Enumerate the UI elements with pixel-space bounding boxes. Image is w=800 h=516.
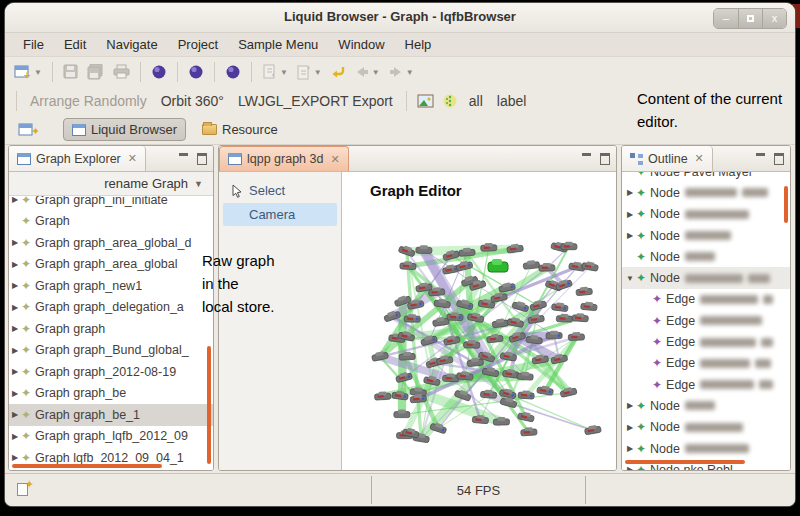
label-button[interactable]: label — [491, 91, 533, 111]
explorer-vertical-scrollbar[interactable] — [207, 346, 211, 464]
dotted-sphere-button[interactable] — [439, 91, 461, 111]
outline-edge-item[interactable]: ✦Edge — [622, 310, 790, 331]
close-icon[interactable]: ✕ — [128, 152, 137, 165]
dropdown-caret-icon[interactable]: ▼ — [406, 68, 414, 77]
tree-item[interactable]: ▶✦Graph graph_be — [9, 383, 213, 405]
tree-item[interactable]: ✦Graph — [9, 211, 213, 233]
open-perspective-button[interactable]: ✦ — [15, 120, 41, 140]
close-button[interactable]: x — [762, 9, 786, 28]
purple-sphere-button[interactable] — [222, 62, 244, 82]
outline-node-item[interactable]: ▶✦Node — [622, 182, 790, 203]
tree-item-selected[interactable]: ▶✦Graph graph_be_1 — [9, 404, 213, 426]
tree-item[interactable]: ▶✦Graph graph_lqfb_2012_09 — [9, 426, 213, 448]
minimize-icon[interactable] — [581, 152, 593, 163]
expander-icon[interactable]: ▶ — [9, 238, 21, 247]
outline-node-item[interactable]: ▼✦Node — [622, 267, 790, 288]
expander-icon[interactable]: ▶ — [9, 432, 21, 441]
perspective-resource[interactable]: Resource — [194, 119, 286, 140]
expander-icon[interactable]: ▶ — [624, 423, 636, 432]
menu-file[interactable]: File — [13, 35, 54, 54]
maximize-button[interactable] — [738, 9, 762, 28]
tree-item[interactable]: ▶✦Graph graph — [9, 318, 213, 340]
palette-tool-camera[interactable]: Camera — [223, 203, 337, 226]
tab-lqpp-graph-3d[interactable]: lqpp graph 3d ✕ — [219, 146, 349, 171]
minimize-icon[interactable] — [178, 152, 190, 163]
maximize-icon[interactable] — [773, 152, 785, 163]
expander-icon[interactable]: ▶ — [9, 410, 21, 419]
orbit-360--button[interactable]: Orbit 360° — [155, 91, 230, 111]
palette-tool-select[interactable]: Select — [223, 179, 337, 202]
menu-sample-menu[interactable]: Sample Menu — [228, 35, 328, 54]
outline-edge-item[interactable]: ✦Edge — [622, 331, 790, 352]
outline-vertical-scrollbar[interactable] — [784, 186, 788, 223]
expander-icon[interactable]: ▶ — [624, 231, 636, 240]
lwjgl-export-export-button[interactable]: LWJGL_EXPORT Export — [232, 91, 399, 111]
menu-help[interactable]: Help — [395, 35, 442, 54]
node-icon: ✦ — [636, 399, 646, 413]
expander-icon[interactable]: ▼ — [624, 274, 636, 283]
chevron-down-icon[interactable]: ▼ — [194, 179, 203, 189]
menu-navigate[interactable]: Navigate — [96, 35, 167, 54]
editor-canvas[interactable]: Graph Editor — [342, 172, 616, 471]
outline-node-item[interactable]: ▶✦Node — [622, 395, 790, 416]
tree-item[interactable]: ▶✦Graph graph_2012-08-19 — [9, 361, 213, 383]
menu-edit[interactable]: Edit — [54, 35, 96, 54]
menu-window[interactable]: Window — [328, 35, 394, 54]
tree-item[interactable]: ▶✦Graph graph_Bund_global_ — [9, 340, 213, 362]
dropdown-caret-icon[interactable]: ▼ — [34, 68, 42, 77]
expander-icon[interactable]: ▶ — [9, 367, 21, 376]
expander-icon[interactable]: ▶ — [624, 210, 636, 219]
picture-button[interactable] — [414, 92, 437, 111]
expander-icon[interactable]: ▶ — [9, 346, 21, 355]
minimize-button[interactable]: – — [714, 9, 738, 28]
outline-node-item[interactable]: ▶✦Node — [622, 417, 790, 438]
outline-node-item[interactable]: ▶✦Node — [622, 438, 790, 459]
graph-3d-visualization[interactable] — [350, 234, 617, 452]
expander-icon[interactable]: ▶ — [9, 196, 21, 204]
expander-icon[interactable]: ▶ — [9, 453, 21, 462]
dropdown-caret-icon[interactable]: ▼ — [314, 68, 322, 77]
expander-icon[interactable]: ▶ — [624, 444, 636, 453]
last-edit-location-button[interactable] — [327, 62, 349, 82]
tree-item[interactable]: ▶✦Graph graph_new1 — [9, 275, 213, 297]
expander-icon[interactable]: ▶ — [9, 389, 21, 398]
outline-edge-item[interactable]: ✦Edge — [622, 289, 790, 310]
dropdown-caret-icon[interactable]: ▼ — [372, 68, 380, 77]
tree-item[interactable]: ▶✦Graph graph_area_global — [9, 254, 213, 276]
tree-item[interactable]: ▶✦Graph graph_delegation_a — [9, 297, 213, 319]
minimize-icon[interactable] — [755, 152, 767, 163]
tab-graph-explorer[interactable]: Graph Explorer ✕ — [9, 146, 146, 171]
tree-item[interactable]: ▶✦Graph graph_ini_initiate — [9, 196, 213, 211]
purple-sphere-button[interactable] — [148, 62, 170, 82]
outline-edge-item[interactable]: ✦Edge — [622, 353, 790, 374]
perspective-liquid-browser[interactable]: Liquid Browser — [63, 118, 186, 141]
fast-view-icon[interactable]: ✦ — [17, 481, 33, 497]
expander-icon[interactable]: ▶ — [9, 303, 21, 312]
all-button[interactable]: all — [463, 91, 489, 111]
outline-node-item[interactable]: ▶✦Node — [622, 225, 790, 246]
tab-outline[interactable]: Outline ✕ — [622, 146, 713, 171]
title-bar[interactable]: Liquid Browser - Graph - lqfbBrowser –x — [5, 3, 795, 33]
close-icon[interactable]: ✕ — [330, 153, 339, 166]
outline-edge-item[interactable]: ✦Edge — [622, 374, 790, 395]
expander-icon[interactable]: ▶ — [624, 188, 636, 197]
expander-icon[interactable]: ▶ — [624, 401, 636, 410]
dropdown-caret-icon[interactable]: ▼ — [280, 68, 288, 77]
outline-horizontal-scrollbar[interactable] — [625, 460, 745, 464]
tree-item[interactable]: ▶✦Graph graph_area_global_d — [9, 232, 213, 254]
explorer-horizontal-scrollbar[interactable] — [12, 464, 162, 468]
maximize-icon[interactable] — [196, 152, 208, 163]
maximize-icon[interactable] — [599, 152, 611, 163]
outline-node-item[interactable]: ▶✦Node — [622, 204, 790, 225]
menu-project[interactable]: Project — [168, 35, 228, 54]
expander-icon[interactable]: ▶ — [9, 324, 21, 333]
expander-icon[interactable]: ▶ — [9, 260, 21, 269]
close-icon[interactable]: ✕ — [695, 152, 704, 165]
purple-sphere-button[interactable] — [185, 62, 207, 82]
expander-icon[interactable]: ▶ — [9, 281, 21, 290]
rename-graph-button[interactable]: rename Graph — [104, 176, 188, 191]
new-wizard-button[interactable]: +▼ — [11, 62, 45, 82]
outline-node-item[interactable]: ✦Node Pavel Mayer — [622, 172, 790, 182]
expander-icon[interactable]: ▶ — [624, 465, 636, 471]
outline-node-item[interactable]: ✦Node — [622, 246, 790, 267]
